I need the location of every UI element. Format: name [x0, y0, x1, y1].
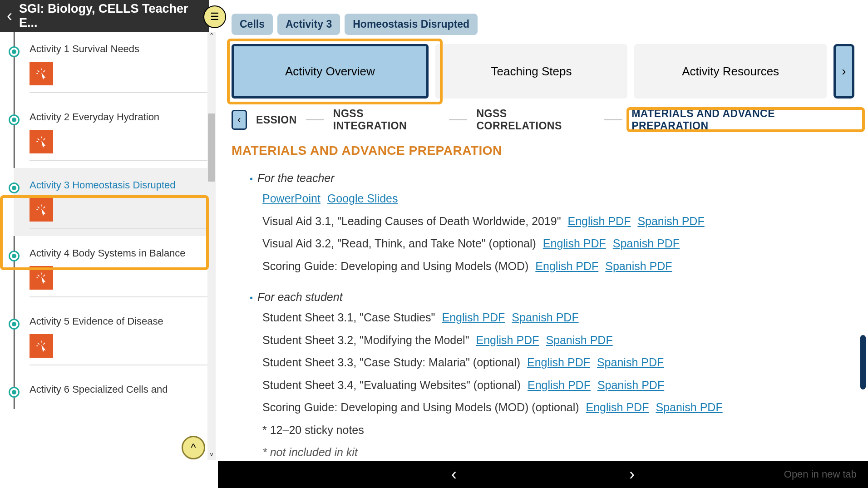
group-label: For each student: [257, 291, 343, 304]
sidebar-item-activity-1[interactable]: Activity 1 Survival Needs: [14, 32, 209, 100]
bullet-icon: •: [250, 293, 253, 303]
open-in-new-tab-link[interactable]: Open in new tab: [784, 468, 857, 480]
chevron-right-icon: ›: [842, 64, 846, 79]
breadcrumb: Cells Activity 3 Homeostasis Disrupted: [232, 14, 854, 35]
interactive-icon[interactable]: [30, 130, 53, 153]
prev-page-button[interactable]: ‹: [451, 465, 457, 484]
divider: [30, 228, 209, 229]
activity-marker-icon: [9, 319, 20, 330]
tab-teaching-steps[interactable]: Teaching Steps: [435, 44, 628, 99]
material-text: Scoring Guide: Developing and Using Mode…: [262, 260, 528, 272]
divider: [30, 92, 209, 93]
material-text: Scoring Guide: Developing and Using Mode…: [262, 401, 579, 414]
student-group: • For each student Student Sheet 3.1, "C…: [250, 291, 854, 461]
activity-title: Activity 1 Survival Needs: [30, 43, 209, 55]
link-english-pdf[interactable]: English PDF: [528, 379, 591, 391]
menu-toggle-button[interactable]: ☰: [203, 5, 226, 28]
activity-title: Activity 2 Everyday Hydration: [30, 111, 209, 123]
material-text: Student Sheet 3.3, "Case Study: Malaria"…: [262, 356, 520, 369]
link-spanish-pdf[interactable]: Spanish PDF: [597, 356, 664, 369]
link-powerpoint[interactable]: PowerPoint: [262, 192, 321, 205]
subnav-item-partial[interactable]: ESSION: [256, 114, 297, 126]
material-text: Visual Aid 3.2, "Read, Think, and Take N…: [262, 237, 536, 250]
link-spanish-pdf[interactable]: Spanish PDF: [546, 334, 612, 346]
activity-marker-icon: [9, 182, 20, 193]
bullet-icon: •: [250, 174, 253, 184]
sidebar-item-activity-3[interactable]: Activity 3 Homeostasis Disrupted: [14, 168, 209, 236]
divider: [30, 296, 209, 297]
material-text: Student Sheet 3.1, "Case Studies": [262, 311, 435, 324]
activity-title: Activity 6 Specialized Cells and: [30, 384, 209, 395]
sidebar-scrollbar[interactable]: ^ v: [207, 32, 216, 460]
page-title: SGI: Biology, CELLS Teacher E...: [19, 2, 202, 30]
breadcrumb-cells[interactable]: Cells: [232, 14, 273, 35]
link-spanish-pdf[interactable]: Spanish PDF: [512, 311, 578, 324]
material-note: * not included in kit: [262, 446, 358, 458]
material-text: Visual Aid 3.1, "Leading Causes of Death…: [262, 215, 561, 227]
link-english-pdf[interactable]: English PDF: [527, 356, 590, 369]
link-spanish-pdf[interactable]: Spanish PDF: [656, 401, 722, 414]
tab-activity-resources[interactable]: Activity Resources: [634, 44, 827, 99]
sidebar-item-activity-2[interactable]: Activity 2 Everyday Hydration: [14, 100, 209, 168]
link-english-pdf[interactable]: English PDF: [442, 311, 505, 324]
content-scrollbar[interactable]: [860, 335, 866, 389]
header-bar: ‹ SGI: Biology, CELLS Teacher E...: [0, 0, 209, 32]
interactive-icon[interactable]: [30, 198, 53, 222]
chevron-left-icon: ‹: [237, 114, 241, 126]
link-spanish-pdf[interactable]: Spanish PDF: [605, 260, 672, 272]
breadcrumb-activity-3[interactable]: Activity 3: [277, 14, 340, 35]
activity-marker-icon: [9, 114, 20, 125]
interactive-icon[interactable]: [30, 266, 53, 290]
material-text: * 12–20 sticky notes: [262, 424, 364, 436]
sub-nav: ‹ ESSION NGSS INTEGRATION NGSS CORRELATI…: [232, 108, 854, 132]
activity-title: Activity 4 Body Systems in Balance: [30, 247, 209, 259]
teacher-group: • For the teacher PowerPoint Google Slid…: [250, 172, 854, 275]
hamburger-icon: ☰: [210, 11, 219, 23]
subnav-prev-button[interactable]: ‹: [232, 110, 247, 130]
interactive-icon[interactable]: [30, 62, 53, 85]
interactive-icon[interactable]: [30, 334, 53, 358]
link-google-slides[interactable]: Google Slides: [327, 192, 398, 205]
sidebar-item-activity-4[interactable]: Activity 4 Body Systems in Balance: [14, 236, 209, 304]
material-text: Student Sheet 3.2, "Modifying the Model": [262, 334, 469, 346]
scroll-to-top-button[interactable]: ^: [182, 436, 205, 459]
link-english-pdf[interactable]: English PDF: [567, 215, 631, 227]
scroll-down-icon[interactable]: v: [207, 451, 216, 460]
subnav-separator: [306, 119, 324, 120]
main-tabs: Activity Overview Teaching Steps Activit…: [232, 44, 854, 99]
activity-marker-icon: [9, 387, 20, 398]
subnav-item-materials[interactable]: MATERIALS AND ADVANCE PREPARATION: [631, 108, 854, 132]
tab-activity-overview[interactable]: Activity Overview: [232, 44, 429, 99]
link-english-pdf[interactable]: English PDF: [543, 237, 606, 250]
next-page-button[interactable]: ›: [629, 465, 635, 484]
link-english-pdf[interactable]: English PDF: [535, 260, 598, 272]
subnav-separator: [449, 119, 467, 120]
link-spanish-pdf[interactable]: Spanish PDF: [613, 237, 680, 250]
sidebar: Activity 1 Survival Needs Activity 2 Eve…: [0, 32, 209, 460]
activity-marker-icon: [9, 46, 20, 57]
divider: [30, 365, 209, 365]
subnav-item-ngss-integration[interactable]: NGSS INTEGRATION: [333, 108, 440, 132]
bottom-bar: ‹ › Open in new tab: [218, 461, 868, 488]
sidebar-item-activity-6[interactable]: Activity 6 Specialized Cells and: [14, 372, 209, 409]
link-english-pdf[interactable]: English PDF: [586, 401, 649, 414]
section-heading: MATERIALS AND ADVANCE PREPARATION: [232, 143, 854, 158]
tabs-next-button[interactable]: ›: [833, 44, 854, 99]
link-spanish-pdf[interactable]: Spanish PDF: [637, 215, 704, 227]
subnav-separator: [604, 119, 622, 120]
back-icon[interactable]: ‹: [7, 6, 12, 25]
subnav-item-ngss-correlations[interactable]: NGSS CORRELATIONS: [476, 108, 595, 132]
activity-title: Activity 5 Evidence of Disease: [30, 315, 209, 327]
activity-marker-icon: [9, 251, 20, 261]
scroll-thumb[interactable]: [208, 113, 215, 182]
group-label: For the teacher: [257, 172, 335, 185]
materials-list: • For the teacher PowerPoint Google Slid…: [232, 172, 854, 461]
main-content: Cells Activity 3 Homeostasis Disrupted A…: [218, 0, 868, 460]
link-english-pdf[interactable]: English PDF: [476, 334, 539, 346]
scroll-up-icon[interactable]: ^: [207, 32, 216, 41]
link-spanish-pdf[interactable]: Spanish PDF: [597, 379, 664, 391]
material-text: Student Sheet 3.4, "Evaluating Websites"…: [262, 379, 521, 391]
breadcrumb-homeostasis[interactable]: Homeostasis Disrupted: [345, 14, 478, 35]
sidebar-item-activity-5[interactable]: Activity 5 Evidence of Disease: [14, 304, 209, 372]
chevron-up-icon: ^: [191, 441, 196, 454]
